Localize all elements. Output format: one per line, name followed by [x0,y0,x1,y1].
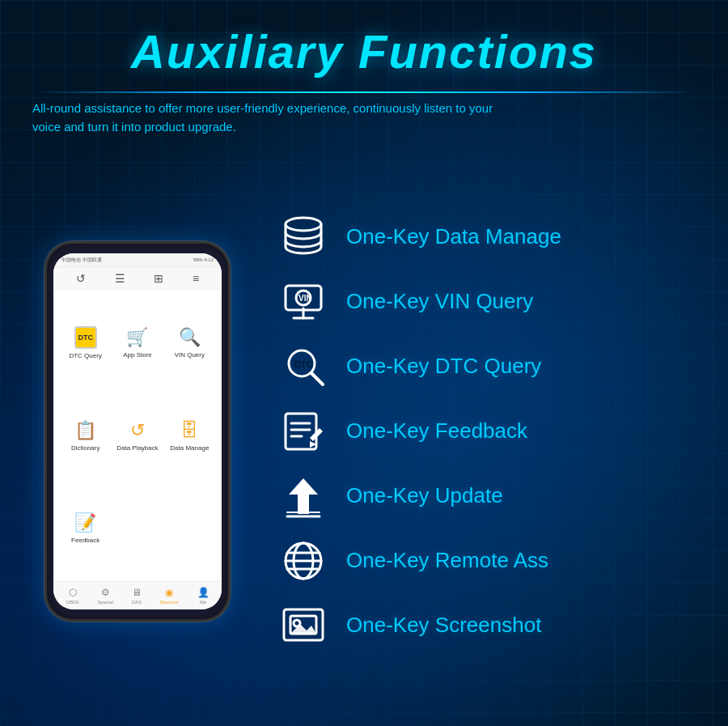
feature-icon-vin-query: VIN [275,274,332,330]
phone-grid-item-feedback[interactable]: 📝 Feedback [60,482,111,574]
feature-item-data-manage: One-Key Data Manage [275,209,696,265]
title-section: Auxiliary Functions [32,24,696,79]
phone-grid-item-dtc[interactable]: DTC DTC Query [60,296,111,389]
page-title: Auxiliary Functions [32,24,696,79]
feature-icon-update [275,468,332,524]
phone-status-left: 中国电信 中国联通 [61,257,102,264]
nav-label-special: Special [97,600,113,605]
nav-item-das[interactable]: 🖥 DAS [132,587,142,605]
phone-status-right: 59% 4:12 [193,257,214,262]
feature-label-data-manage: One-Key Data Manage [346,224,561,249]
phone-mockup: 中国电信 中国联通 59% 4:12 ↺ ☰ ⊞ ≡ [44,241,231,622]
features-section: One-Key Data Manage VIN One-Key VIN Quer… [259,152,696,710]
main-content: Auxiliary Functions All-round assistance… [0,0,728,726]
feature-label-dtc-query: One-Key DTC Query [346,354,541,379]
phone-grid-label-dtc: DTC Query [69,352,101,359]
feature-icon-screenshot [275,597,332,654]
svg-text:VIN: VIN [298,294,312,303]
phone-grid-label-dictionary: Dictionary [71,444,100,452]
feature-icon-remote-ass [275,533,332,589]
nav-label-das: DAS [132,600,142,605]
toolbar-list-icon: ☰ [115,272,125,285]
nav-item-obdii[interactable]: ⬡ OBDII [66,587,78,605]
feature-label-remote-ass: One-Key Remote Ass [346,548,548,573]
feature-item-feedback: One-Key Feedback [275,403,696,460]
main-layout: 中国电信 中国联通 59% 4:12 ↺ ☰ ⊞ ≡ [32,152,696,710]
feature-item-update: One-Key Update [275,468,696,524]
feature-label-feedback: One-Key Feedback [346,418,527,444]
phone-status-bar: 中国电信 中国联通 59% 4:12 [53,253,222,268]
toolbar-menu-icon: ≡ [193,272,199,285]
phone-grid-item-dictionary[interactable]: 📋 Dictionary [60,390,111,482]
feature-item-dtc-query: DTC One-Key DTC Query [275,338,696,395]
nav-label-discover: Discover [160,600,179,605]
feature-item-screenshot: One-Key Screenshot [275,597,696,654]
svg-line-8 [311,373,323,384]
nav-item-me[interactable]: 👤 Me [197,587,210,605]
feature-item-remote-ass: One-Key Remote Ass [275,533,696,589]
feature-icon-feedback [275,403,332,460]
nav-item-discover[interactable]: ◉ Discover [160,587,179,605]
nav-label-me: Me [200,600,206,605]
feature-label-update: One-Key Update [346,483,503,508]
svg-marker-13 [289,478,318,514]
divider [32,91,696,93]
toolbar-refresh-icon: ↺ [76,272,86,285]
nav-item-special[interactable]: ⚙ Special [97,587,113,605]
phone-grid-label-manage: Data Manage [170,444,209,452]
svg-point-0 [286,218,321,231]
phone-screen: 中国电信 中国联通 59% 4:12 ↺ ☰ ⊞ ≡ [53,253,222,609]
nav-label-obdii: OBDII [66,600,78,605]
svg-text:DTC: DTC [294,359,313,369]
toolbar-grid-icon: ⊞ [154,272,163,285]
phone-grid-label-appstore: App Store [123,351,152,359]
phone-app-grid: DTC DTC Query 🛒 App Store 🔍 VIN Q [53,290,222,581]
phone-grid-label-vin: VIN Query [175,351,205,359]
feature-icon-dtc-query: DTC [275,338,332,395]
phone-grid-item-manage[interactable]: 🗄 Data Manage [164,390,215,482]
feature-label-screenshot: One-Key Screenshot [346,613,541,638]
feature-label-vin-query: One-Key VIN Query [346,289,533,314]
subtitle-text: All-round assistance to offer more user-… [32,100,518,136]
phone-toolbar: ↺ ☰ ⊞ ≡ [53,268,222,290]
phone-container: 中国电信 中国联通 59% 4:12 ↺ ☰ ⊞ ≡ [32,152,243,710]
phone-grid-item-appstore[interactable]: 🛒 App Store [112,296,163,389]
phone-grid-item-playback[interactable]: ↺ Data Playback [112,390,163,482]
phone-grid-item-vin[interactable]: 🔍 VIN Query [164,296,215,389]
phone-grid-label-playback: Data Playback [116,444,159,452]
phone-grid-label-feedback: Feedback [71,537,99,544]
feature-icon-data-manage [275,209,332,265]
phone-bottom-nav: ⬡ OBDII ⚙ Special 🖥 DAS ◉ [53,581,222,609]
feature-item-vin-query: VIN One-Key VIN Query [275,274,696,330]
